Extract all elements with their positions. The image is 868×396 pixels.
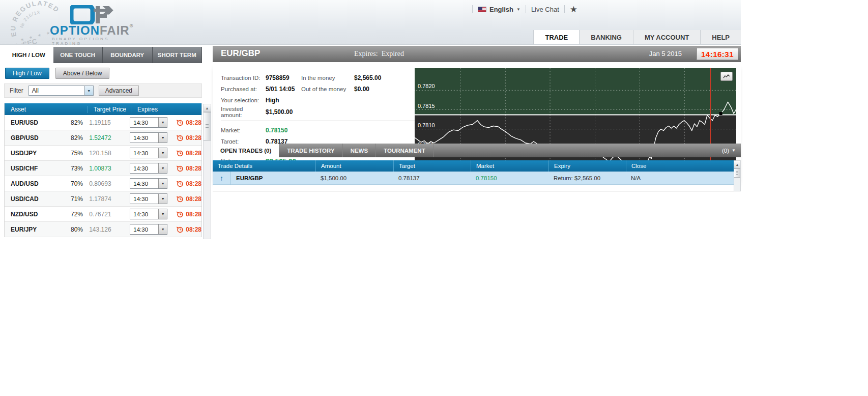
- expiry-dropdown[interactable]: 14:30▼: [130, 224, 167, 235]
- target-price: 120.158: [89, 150, 111, 157]
- chevron-down-icon: ▼: [158, 194, 167, 204]
- asset-row[interactable]: USD/CHF73%1.0087314:30▼08:28: [5, 161, 201, 176]
- payout-percent: 75%: [53, 150, 83, 157]
- target-price: 0.80693: [89, 180, 111, 187]
- expiry-dropdown[interactable]: 14:30▼: [130, 193, 167, 204]
- asset-row[interactable]: EUR/JPY80%143.12614:30▼08:28: [5, 222, 201, 237]
- brand-tagline: BINARY OPTIONS TRADING: [52, 37, 137, 46]
- bottom-tab-bar: OPEN TRADES (0) TRADE HISTORY NEWS TOURN…: [213, 144, 741, 157]
- divider: [526, 5, 526, 13]
- payout-percent: 70%: [53, 180, 83, 187]
- countdown-timer: 08:28: [186, 165, 201, 172]
- sidebar: HIGH / LOW ONE TOUCH BOUNDARY SHORT TERM…: [4, 47, 202, 237]
- asset-name: EUR/JPY: [11, 226, 53, 233]
- filter-label: Filter: [10, 87, 23, 94]
- selection-label: Your selection:: [221, 97, 266, 103]
- payout-percent: 82%: [53, 134, 83, 142]
- asset-row[interactable]: AUD/USD70%0.8069314:30▼08:28: [5, 176, 201, 191]
- tab-high-low[interactable]: HIGH / LOW: [4, 47, 53, 63]
- filter-select[interactable]: All ▼: [28, 86, 94, 96]
- chevron-down-icon: ▼: [158, 148, 167, 158]
- expiry-dropdown[interactable]: 14:30▼: [130, 117, 167, 128]
- chevron-down-icon: ▼: [732, 148, 736, 153]
- chevron-down-icon: ▼: [158, 118, 167, 127]
- asset-name: NZD/USD: [11, 211, 53, 218]
- transaction-id-value: 9758859: [266, 74, 301, 81]
- divider: [221, 121, 416, 121]
- above-below-button[interactable]: Above / Below: [55, 68, 110, 79]
- live-chat-link[interactable]: Live Chat: [531, 6, 559, 13]
- tab-my-account[interactable]: MY ACCOUNT: [633, 30, 700, 44]
- countdown-clock-icon: [176, 225, 184, 233]
- tab-help[interactable]: HELP: [700, 30, 741, 44]
- tab-open-trades[interactable]: OPEN TRADES (0): [213, 144, 279, 157]
- asset-row[interactable]: GBP/USD82%1.5247214:30▼08:28: [5, 130, 201, 146]
- countdown-clock-icon: [176, 210, 184, 218]
- target-price: 1.17874: [89, 195, 111, 203]
- sidebar-scrollbar[interactable]: ▲: [203, 104, 211, 239]
- expires-status: Expires: Expired: [354, 50, 404, 58]
- column-header-asset: Asset: [5, 106, 87, 113]
- payout-percent: 71%: [53, 195, 83, 203]
- tab-tournament[interactable]: TOURNAMENT: [376, 144, 433, 157]
- tab-news[interactable]: NEWS: [343, 144, 377, 157]
- svg-text:0.7810: 0.7810: [418, 122, 435, 128]
- asset-row[interactable]: USD/CAD71%1.1787414:30▼08:28: [5, 191, 201, 207]
- tab-one-touch[interactable]: ONE TOUCH: [53, 47, 103, 63]
- tab-boundary[interactable]: BOUNDARY: [103, 47, 153, 63]
- asset-name: EUR/USD: [11, 119, 53, 126]
- trade-row[interactable]: ↑ EUR/GBP $1,500.00 0.78137 0.78150 Retu…: [213, 172, 734, 185]
- expiry-dropdown[interactable]: 14:30▼: [130, 163, 167, 174]
- expiry-dropdown[interactable]: 14:30▼: [130, 148, 167, 158]
- svg-text:0.7820: 0.7820: [418, 83, 435, 89]
- trade-target: 0.78137: [393, 175, 471, 181]
- asset-rows: EUR/USD82%1.1911514:30▼08:28GBP/USD82%1.…: [5, 115, 201, 237]
- tab-trade[interactable]: TRADE: [533, 30, 579, 44]
- countdown-timer: 08:28: [186, 195, 201, 203]
- selection-value: High: [266, 97, 301, 104]
- us-flag-icon: [478, 7, 486, 12]
- trade-market: 0.78150: [471, 175, 548, 181]
- payout-percent: 82%: [53, 119, 83, 126]
- svg-text:0.7815: 0.7815: [418, 103, 435, 109]
- tab-short-term[interactable]: SHORT TERM: [153, 47, 202, 63]
- asset-row[interactable]: NZD/USD72%0.7672114:30▼08:28: [5, 207, 201, 222]
- high-low-button[interactable]: High / Low: [5, 68, 49, 79]
- scrollbar-thumb[interactable]: [734, 168, 740, 178]
- transaction-id-label: Transaction ID:: [221, 75, 266, 81]
- optionfair-logo: EU REGULATED № 216/13 ★ ★ ★ ★ ★ CySEC OP…: [5, 1, 137, 44]
- chevron-down-icon: ▼: [158, 179, 167, 188]
- expiry-dropdown[interactable]: 14:30▼: [130, 132, 167, 143]
- countdown-clock-icon: [176, 164, 184, 172]
- asset-table-header: Asset Target Price Expires: [5, 103, 201, 115]
- expiry-dropdown[interactable]: 14:30▼: [130, 209, 167, 219]
- language-selector[interactable]: English ▼: [478, 6, 520, 13]
- trades-counter-dropdown[interactable]: (0)▼: [722, 144, 736, 157]
- asset-row[interactable]: USD/JPY75%120.15814:30▼08:28: [5, 146, 201, 161]
- in-the-money-label: In the money: [301, 75, 354, 81]
- asset-row[interactable]: EUR/USD82%1.1911514:30▼08:28: [5, 115, 201, 130]
- trade-expiry-return: Return: $2,565.00: [548, 175, 626, 181]
- asset-table: Asset Target Price Expires EUR/USD82%1.1…: [4, 103, 202, 237]
- countdown-timer: 08:28: [186, 180, 201, 187]
- trades-table-scrollbar[interactable]: ▲: [734, 160, 741, 191]
- column-header-market: Market: [471, 160, 548, 172]
- purchased-at-value: 5/01 14:05: [266, 86, 301, 93]
- target-price: 1.00873: [89, 165, 111, 172]
- scrollbar-thumb[interactable]: [204, 112, 211, 140]
- scroll-up-icon[interactable]: ▲: [734, 161, 740, 168]
- chevron-down-icon: ▼: [158, 133, 167, 143]
- favorite-star-icon[interactable]: ★: [570, 5, 577, 14]
- tab-trade-history[interactable]: TRADE HISTORY: [279, 144, 342, 157]
- price-chart: 13:3213:3913:4613:5314:0014:070.78200.78…: [415, 68, 736, 176]
- scroll-up-icon[interactable]: ▲: [204, 104, 211, 112]
- column-header-trade-details: Trade Details: [213, 160, 315, 172]
- expiry-dropdown[interactable]: 14:30▼: [130, 178, 167, 189]
- chart-type-button[interactable]: [720, 72, 733, 81]
- advanced-button[interactable]: Advanced: [99, 86, 139, 96]
- asset-name: USD/CHF: [11, 165, 53, 172]
- divider: [564, 5, 565, 13]
- column-header-expiry: Expiry: [548, 160, 626, 172]
- trade-close: N/A: [626, 175, 734, 181]
- tab-banking[interactable]: BANKING: [579, 30, 633, 44]
